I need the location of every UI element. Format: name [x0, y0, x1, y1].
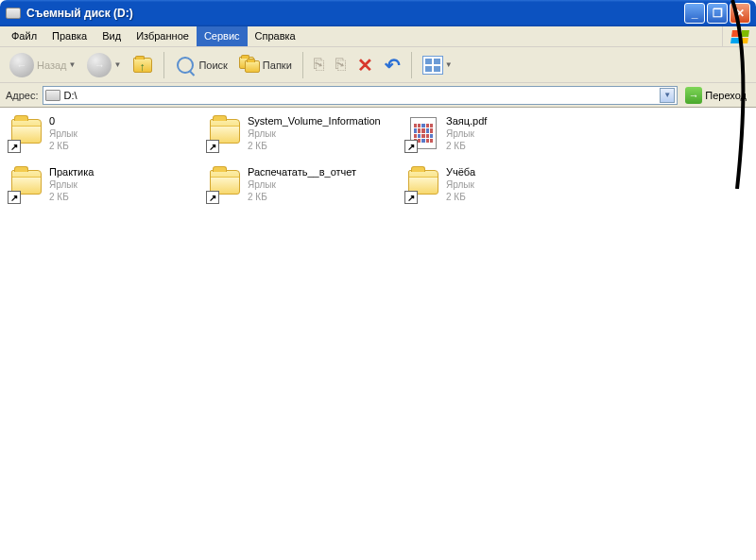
forward-button[interactable]: → ▼ [83, 51, 125, 79]
folder-shortcut-icon: ↗ [404, 166, 442, 204]
views-button[interactable]: ▼ [419, 51, 456, 79]
go-arrow-icon: → [685, 87, 702, 104]
file-item[interactable]: ↗Распечатать__в_отчетЯрлык2 КБ [202, 164, 401, 212]
separator [302, 52, 303, 78]
separator [411, 52, 412, 78]
file-size: 2 КБ [248, 140, 381, 152]
shortcut-badge-icon: ↗ [206, 191, 219, 204]
search-icon [177, 57, 194, 74]
delete-icon: ✕ [357, 54, 373, 76]
file-info: Заяц.pdfЯрлык2 КБ [446, 115, 487, 152]
file-type: Ярлык [248, 127, 381, 140]
folder-shortcut-icon: ↗ [8, 115, 45, 153]
folders-label: Папки [263, 59, 292, 71]
address-input[interactable]: D:\ ▼ [43, 86, 679, 105]
address-bar: Адрес: D:\ ▼ → Переход [0, 83, 756, 108]
folder-shortcut-icon: ↗ [8, 166, 45, 204]
search-label: Поиск [198, 59, 227, 71]
file-name: System_Volume_Information [248, 115, 381, 127]
separator [163, 52, 164, 78]
file-item[interactable]: ↗Заяц.pdfЯрлык2 КБ [401, 113, 599, 161]
window-title: Съемный диск (D:) [26, 7, 684, 20]
forward-arrow-icon: → [87, 53, 112, 77]
file-list: ↗0Ярлык2 КБ↗System_Volume_InformationЯрл… [0, 108, 756, 556]
menu-file[interactable]: Файл [4, 26, 44, 46]
move-to-icon: ⎘ [314, 55, 324, 75]
delete-button[interactable]: ✕ [353, 51, 377, 79]
file-info: Распечатать__в_отчетЯрлык2 КБ [248, 166, 356, 203]
file-type: Ярлык [248, 178, 356, 191]
copy-to-icon: ⎘ [335, 55, 346, 75]
folder-shortcut-icon: ↗ [206, 166, 244, 204]
file-type: Ярлык [49, 178, 94, 191]
file-type: Ярлык [49, 127, 77, 140]
file-name: Заяц.pdf [446, 115, 487, 127]
file-name: 0 [49, 115, 77, 127]
file-item[interactable]: ↗УчёбаЯрлык2 КБ [401, 164, 599, 212]
chevron-down-icon: ▼ [69, 60, 77, 69]
search-button[interactable]: Поиск [171, 51, 231, 79]
file-type: Ярлык [446, 127, 487, 140]
file-size: 2 КБ [49, 191, 94, 203]
shortcut-badge-icon: ↗ [404, 191, 418, 204]
folder-up-icon: ↑ [133, 58, 152, 73]
undo-button[interactable]: ↶ [381, 51, 404, 79]
file-info: 0Ярлык2 КБ [49, 115, 77, 152]
up-button[interactable]: ↑ [129, 51, 157, 79]
undo-icon: ↶ [385, 54, 401, 76]
shortcut-badge-icon: ↗ [8, 140, 21, 153]
file-item[interactable]: ↗ПрактикаЯрлык2 КБ [4, 164, 202, 212]
file-size: 2 КБ [248, 191, 356, 203]
folders-button[interactable]: Папки [235, 51, 296, 79]
back-button[interactable]: ← Назад ▼ [6, 51, 79, 79]
address-dropdown[interactable]: ▼ [660, 88, 675, 103]
toolbar: ← Назад ▼ → ▼ ↑ Поиск Папки ⎘ ⎘ ✕ ↶ ▼ [0, 47, 756, 83]
shortcut-badge-icon: ↗ [206, 140, 219, 153]
address-label: Адрес: [6, 90, 39, 101]
views-icon [422, 56, 443, 75]
file-item[interactable]: ↗System_Volume_InformationЯрлык2 КБ [202, 113, 401, 161]
drive-icon [45, 90, 60, 101]
file-name: Учёба [446, 166, 475, 178]
go-button[interactable]: → Переход [681, 86, 750, 105]
shortcut-badge-icon: ↗ [404, 140, 418, 153]
menu-view[interactable]: Вид [94, 26, 129, 46]
file-size: 2 КБ [446, 140, 487, 152]
file-name: Практика [49, 166, 94, 178]
menu-favorites[interactable]: Избранное [129, 26, 197, 46]
back-arrow-icon: ← [9, 53, 34, 77]
drive-icon [6, 8, 21, 19]
copy-to-button[interactable]: ⎘ [332, 51, 350, 79]
chevron-down-icon: ▼ [113, 60, 121, 69]
maximize-button[interactable]: ❐ [707, 3, 728, 24]
move-to-button[interactable]: ⎘ [310, 51, 328, 79]
menu-edit[interactable]: Правка [44, 26, 94, 46]
file-size: 2 КБ [446, 191, 475, 203]
menubar: Файл Правка Вид Избранное Сервис Справка [0, 26, 756, 47]
file-item[interactable]: ↗0Ярлык2 КБ [4, 113, 202, 161]
windows-logo-icon [722, 26, 756, 46]
titlebar: Съемный диск (D:) _ ❐ ✕ [0, 0, 756, 26]
back-label: Назад [37, 59, 67, 71]
menu-help[interactable]: Справка [248, 26, 303, 46]
minimize-button[interactable]: _ [684, 3, 705, 24]
close-button[interactable]: ✕ [730, 3, 750, 24]
file-size: 2 КБ [49, 140, 77, 152]
folder-shortcut-icon: ↗ [206, 115, 244, 153]
chevron-down-icon: ▼ [445, 60, 453, 69]
folders-icon [239, 57, 260, 74]
shortcut-badge-icon: ↗ [8, 191, 21, 204]
file-info: System_Volume_InformationЯрлык2 КБ [248, 115, 381, 152]
window-buttons: _ ❐ ✕ [684, 3, 750, 24]
file-info: УчёбаЯрлык2 КБ [446, 166, 475, 203]
menu-tools[interactable]: Сервис [197, 26, 248, 46]
file-info: ПрактикаЯрлык2 КБ [49, 166, 94, 203]
go-label: Переход [705, 90, 747, 101]
address-path: D:\ [64, 90, 661, 101]
file-type: Ярлык [446, 178, 475, 191]
file-shortcut-icon: ↗ [404, 115, 442, 153]
file-name: Распечатать__в_отчет [248, 166, 356, 178]
